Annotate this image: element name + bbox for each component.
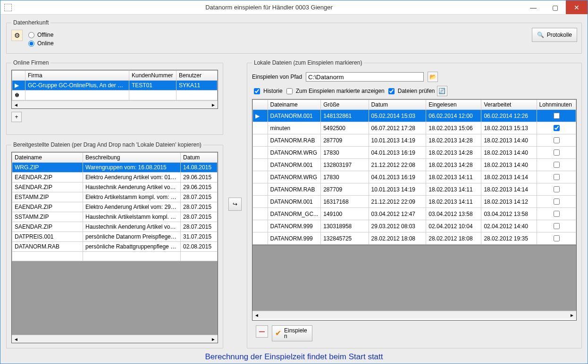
table-row[interactable]: WRG.ZIPWarengruppen vom: 16.08.201514.08…	[12, 163, 218, 173]
lohnminuten-checkbox[interactable]	[554, 162, 560, 168]
lohnminuten-checkbox[interactable]	[554, 211, 560, 217]
gear-icon[interactable]: ⚙	[11, 30, 23, 41]
check-files-label: Dateien prüfen	[398, 88, 435, 94]
table-row[interactable]: DATANORM.00113280319721.12.2012 22:0818.…	[253, 159, 576, 171]
lohnminuten-checkbox[interactable]	[554, 125, 560, 131]
col-name[interactable]: Dateiname	[12, 153, 83, 163]
col-size[interactable]: Größe	[321, 100, 369, 110]
offline-label: Offline	[37, 32, 53, 38]
browse-path-button[interactable]: 📂	[428, 72, 438, 82]
marked-label: Zum Einspielen markierte anzeigen	[296, 88, 385, 94]
path-label: Einspielen von Pfad	[252, 74, 302, 80]
col-date[interactable]: Datum	[181, 153, 218, 163]
lohnminuten-checkbox[interactable]	[554, 149, 560, 156]
provided-files-legend: Bereitgestellte Dateien (per Drag And Dr…	[11, 141, 203, 148]
maximize-button[interactable]: ▢	[544, 0, 566, 14]
table-row[interactable]: DATANORM.WRG1783004.01.2013 16:1918.02.2…	[253, 171, 576, 183]
table-row[interactable]	[12, 252, 218, 261]
window-controls: — ▢ ✕	[522, 0, 588, 14]
offline-radio[interactable]	[28, 32, 34, 38]
online-radio[interactable]	[28, 41, 34, 47]
source-legend: Datenherkunft	[11, 19, 50, 26]
window-title: Datanorm einspielen für Händler 0003 Gie…	[16, 4, 522, 11]
table-row[interactable]: EAENDAR.ZIPElektro Aenderung Artikel vom…	[12, 173, 218, 182]
lohnminuten-checkbox[interactable]	[554, 235, 560, 241]
table-row[interactable]: EAENDAR.ZIPElektro Aenderung Artikel vom…	[12, 202, 218, 212]
table-row[interactable]: ▶DATANORM.00114813286105.02.2014 15:0306…	[253, 110, 576, 122]
local-files-fieldset: Lokale Dateien (zum Einspielen markieren…	[247, 59, 582, 348]
table-row[interactable]: SSTAMM.ZIPHaustechnik Artikelstamm kompl…	[12, 212, 218, 222]
col-proc[interactable]: Verarbeitet	[481, 100, 537, 110]
app-icon	[4, 4, 12, 11]
history-checkbox[interactable]	[254, 88, 260, 94]
close-button[interactable]: ✕	[566, 0, 588, 14]
col-read[interactable]: Eingelesen	[426, 100, 481, 110]
online-firms-fieldset: Online Firmen Firma KundenNummer Benutze…	[6, 59, 223, 135]
refresh-button[interactable]: 🔄	[437, 86, 447, 96]
online-firms-grid[interactable]: Firma KundenNummer Benutzer ▶ GC-Gruppe …	[12, 70, 218, 100]
marked-checkbox[interactable]	[286, 88, 293, 94]
lohnminuten-checkbox[interactable]	[554, 186, 560, 192]
table-row[interactable]: DATANORM.RABpersönliche Rabattgruppenpfl…	[12, 242, 218, 252]
table-row[interactable]: DATPREIS.001persönliche Datanorm Preispf…	[12, 232, 218, 242]
table-row[interactable]: ▶ GC-Gruppe GC-OnlinePlus, An der Riede …	[12, 81, 218, 91]
col-min[interactable]: Lohnminuten	[537, 100, 576, 110]
source-fieldset: Datenherkunft ⚙ Offline Online	[6, 19, 582, 54]
table-row[interactable]: minuten549250006.07.2012 17:2818.02.2013…	[253, 122, 576, 134]
einspielen-label: Einspiele n	[284, 328, 307, 339]
history-label: Historie	[263, 88, 283, 94]
titlebar: Datanorm einspielen für Händler 0003 Gie…	[0, 0, 588, 15]
col-name[interactable]: Dateiname	[268, 100, 321, 110]
table-row[interactable]: DATANORM.99913031895829.03.2012 08:0302.…	[253, 220, 576, 232]
path-input[interactable]	[306, 72, 424, 82]
protokolle-button[interactable]: 🔍 Protokolle	[532, 28, 577, 42]
col-firma[interactable]: Firma	[25, 71, 129, 81]
online-label: Online	[37, 40, 54, 47]
window: Datanorm einspielen für Händler 0003 Gie…	[0, 0, 588, 364]
provided-files-fieldset: Bereitgestellte Dateien (per Drag And Dr…	[6, 141, 223, 348]
table-row[interactable]: DATANORM.0011631716821.12.2012 22:0918.0…	[253, 196, 576, 208]
check-files-checkbox[interactable]	[388, 88, 395, 94]
table-row[interactable]: SAENDAR.ZIPHaustechnik Aenderung Artikel…	[12, 222, 218, 232]
table-row[interactable]: DATANORM.99913284572528.02.2012 18:0828.…	[253, 232, 576, 245]
magnifier-icon: 🔍	[537, 32, 544, 38]
lohnminuten-checkbox[interactable]	[554, 223, 560, 229]
table-row[interactable]: DATANORM.RAB28770910.01.2013 14:1918.02.…	[253, 183, 576, 196]
folder-icon: 📂	[429, 74, 437, 80]
minimize-button[interactable]: —	[522, 0, 544, 14]
lohnminuten-checkbox[interactable]	[554, 113, 560, 119]
lohnminuten-checkbox[interactable]	[554, 137, 560, 143]
delete-button[interactable]: —	[256, 325, 268, 338]
transfer-button[interactable]: ↪	[228, 198, 242, 211]
table-row[interactable]: SAENDAR.ZIPHaustechnik Aenderung Artikel…	[12, 182, 218, 192]
refresh-icon: 🔄	[438, 88, 445, 94]
lohnminuten-checkbox[interactable]	[554, 174, 560, 180]
col-desc[interactable]: Beschreibung	[83, 153, 181, 163]
col-benutzer[interactable]: Benutzer	[176, 71, 218, 81]
transfer-icon: ↪	[233, 201, 237, 207]
table-row[interactable]: DATANORM_GC...14910003.04.2012 12:4703.0…	[253, 208, 576, 220]
content: Datenherkunft ⚙ Offline Online 🔍 Protoko…	[0, 15, 588, 364]
hscroll[interactable]: ◄►	[12, 100, 218, 108]
table-row[interactable]: DATANORM.RAB28770910.01.2013 14:1918.02.…	[253, 134, 576, 147]
table-row[interactable]: ✽	[12, 91, 218, 100]
einspielen-button[interactable]: ✔ Einspiele n	[272, 325, 312, 341]
table-row[interactable]: ESTAMM.ZIPElektro Artikelstamm kompl. vo…	[12, 192, 218, 202]
col-kundennr[interactable]: KundenNummer	[129, 71, 176, 81]
table-row[interactable]: DATANORM.WRG1783004.01.2013 16:1918.02.2…	[253, 147, 576, 159]
status-bar: Berechnung der Einspielzeit findet beim …	[6, 348, 582, 364]
minus-icon: —	[259, 328, 265, 335]
protokolle-label: Protokolle	[547, 32, 572, 38]
hscroll[interactable]: ◄►	[252, 311, 576, 319]
lohnminuten-checkbox[interactable]	[554, 199, 560, 205]
local-files-legend: Lokale Dateien (zum Einspielen markieren…	[252, 59, 364, 66]
check-icon: ✔	[275, 331, 281, 336]
online-firms-legend: Online Firmen	[11, 59, 50, 66]
add-firm-button[interactable]: +	[11, 112, 22, 122]
provided-files-grid[interactable]: Dateiname Beschreibung Datum WRG.ZIPWare…	[12, 152, 218, 261]
local-files-grid[interactable]: Dateiname Größe Datum Eingelesen Verarbe…	[252, 99, 576, 245]
col-date[interactable]: Datum	[369, 100, 426, 110]
hscroll[interactable]: ◄►	[12, 335, 218, 343]
